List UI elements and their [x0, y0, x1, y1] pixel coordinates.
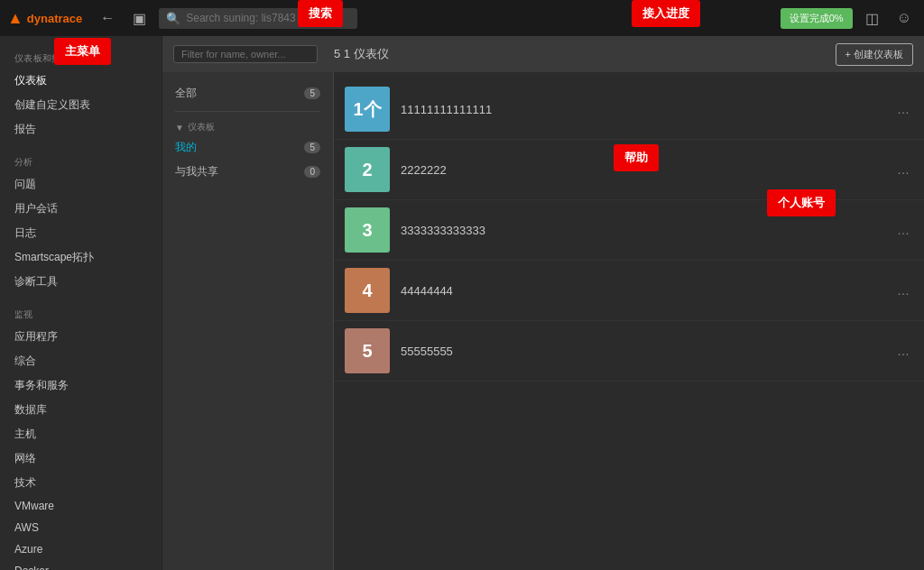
logo-area: ▲ dynatrace — [7, 9, 82, 28]
card-number-box: 3 — [345, 207, 390, 253]
sidebar-item-aws[interactable]: AWS — [0, 517, 162, 538]
card-title: 2222222 — [401, 163, 893, 177]
search-bar: 🔍 — [159, 8, 357, 29]
sidebar-item-docker[interactable]: Docker — [0, 560, 162, 570]
card-more-icon[interactable]: … — [893, 98, 913, 120]
user-button[interactable]: ☺ — [892, 8, 917, 28]
panel-my-badge: 5 — [304, 142, 320, 153]
panel-section-text: 仪表板 — [188, 121, 215, 133]
sidebar-item-host[interactable]: 主机 — [0, 422, 162, 446]
secondary-nav-title: 5 1 仪表仪 — [334, 46, 389, 62]
card-title: 3333333333333 — [401, 224, 893, 237]
sidebar-item-user-sessions[interactable]: 用户会话 — [0, 197, 162, 221]
filter-input[interactable] — [173, 45, 318, 63]
panel-all[interactable]: 全部 5 — [162, 81, 333, 106]
dashboard-card[interactable]: 2 2222222 … — [334, 140, 924, 200]
card-title: 11111111111111 — [401, 103, 893, 116]
sidebar-item-database[interactable]: 数据库 — [0, 398, 162, 422]
card-more-icon[interactable]: … — [893, 219, 913, 241]
sidebar-item-azure[interactable]: Azure — [0, 538, 162, 560]
sidebar-item-technology[interactable]: 技术 — [0, 471, 162, 495]
sidebar-item-applications[interactable]: 应用程序 — [0, 325, 162, 349]
card-title: 44444444 — [401, 284, 893, 298]
panel-divider — [175, 111, 320, 112]
card-number-box: 2 — [345, 147, 390, 192]
setup-button[interactable]: 设置完成0% — [781, 8, 853, 29]
panel-my[interactable]: 我的 5 — [162, 135, 333, 160]
sidebar-item-logs[interactable]: 日志 — [0, 221, 162, 245]
panel-all-label: 全部 — [175, 86, 197, 101]
dashboard-cards: 1个 11111111111111 … 2 2222222 … 3 333333… — [334, 72, 924, 570]
card-number-box: 5 — [345, 328, 390, 373]
search-input[interactable] — [186, 12, 339, 24]
top-nav: ▲ dynatrace ← ▣ 🔍 设置完成0% ◫ ☺ — [0, 0, 924, 36]
sidebar-item-dashboard[interactable]: 仪表板 — [0, 69, 162, 93]
panel-shared-label: 与我共享 — [175, 164, 218, 179]
main-layout: 仪表板和报告 仪表板 创建自定义图表 报告 分析 问题 用户会话 日志 Smar… — [0, 36, 924, 570]
sidebar-item-reports[interactable]: 报告 — [0, 117, 162, 142]
logo-icon: ▲ — [7, 9, 23, 28]
sidebar-section-monitor: 监视 — [0, 301, 162, 325]
content-area: 5 1 仪表仪 + 创建仪表板 全部 5 ▼ 仪表板 — [162, 36, 924, 570]
card-number-box: 1个 — [345, 87, 390, 132]
card-number-box: 4 — [345, 268, 390, 313]
sidebar-item-network[interactable]: 网络 — [0, 446, 162, 471]
dashboard-card[interactable]: 5 55555555 … — [334, 321, 924, 382]
logo-text: dynatrace — [27, 12, 82, 25]
panel-my-label: 我的 — [175, 140, 197, 155]
card-more-icon[interactable]: … — [893, 280, 913, 301]
panel-shared[interactable]: 与我共享 0 — [162, 160, 333, 184]
card-more-icon[interactable]: … — [893, 340, 913, 362]
card-more-icon[interactable]: … — [893, 159, 913, 180]
page-wrapper: ▲ dynatrace ← ▣ 🔍 设置完成0% ◫ ☺ 仪表板和报告 仪表板 … — [0, 0, 924, 570]
dashboard-card[interactable]: 1个 11111111111111 … — [334, 79, 924, 140]
sidebar-item-synthetic[interactable]: 综合 — [0, 349, 162, 373]
card-title: 55555555 — [401, 345, 893, 358]
dashboard-card[interactable]: 4 44444444 … — [334, 261, 924, 321]
left-panel: 全部 5 ▼ 仪表板 我的 5 与我共享 0 — [162, 72, 334, 570]
sidebar-item-issues[interactable]: 问题 — [0, 172, 162, 197]
sidebar-item-diagnostics[interactable]: 诊断工具 — [0, 270, 162, 294]
panel-all-badge: 5 — [304, 87, 320, 99]
search-icon: 🔍 — [166, 12, 180, 25]
secondary-nav: 5 1 仪表仪 + 创建仪表板 — [162, 36, 924, 72]
chevron-down-icon: ▼ — [175, 123, 184, 133]
sidebar-item-custom-chart[interactable]: 创建自定义图表 — [0, 93, 162, 117]
sidebar-item-transactions[interactable]: 事务和服务 — [0, 373, 162, 398]
help-button[interactable]: ◫ — [860, 8, 884, 29]
dashboard-card[interactable]: 3 3333333333333 … — [334, 200, 924, 261]
sidebar-section-analysis: 分析 — [0, 149, 162, 172]
sidebar-section-dashboards-reports: 仪表板和报告 — [0, 45, 162, 69]
panel-shared-badge: 0 — [304, 166, 320, 178]
panel-section-label: ▼ 仪表板 — [162, 117, 333, 135]
monitor-button[interactable]: ▣ — [127, 8, 152, 29]
back-button[interactable]: ← — [95, 8, 120, 28]
sidebar-item-smartscape[interactable]: Smartscape拓扑 — [0, 245, 162, 270]
sidebar-item-vmware[interactable]: VMware — [0, 495, 162, 517]
add-dashboard-button[interactable]: + 创建仪表板 — [836, 43, 913, 66]
sidebar: 仪表板和报告 仪表板 创建自定义图表 报告 分析 问题 用户会话 日志 Smar… — [0, 36, 162, 570]
dashboard-list-area: 全部 5 ▼ 仪表板 我的 5 与我共享 0 — [162, 72, 924, 570]
